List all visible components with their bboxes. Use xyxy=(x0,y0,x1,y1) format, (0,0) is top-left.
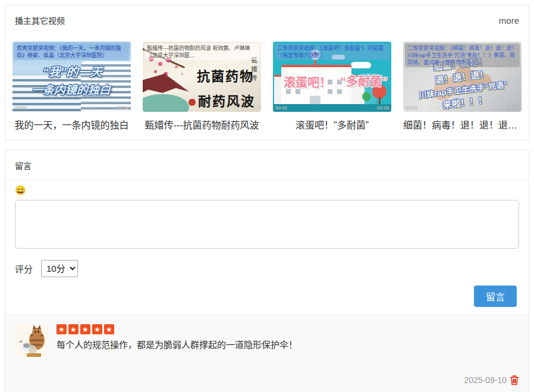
rating-row: 评分 10分 xyxy=(5,251,529,277)
thumb-text-line: 抗菌药物 xyxy=(189,65,254,84)
video-caption-overlay: 二等奖获奖视频：《细菌！病毒！退！退！退！川妹rap手卫生洗手“咒语”来啦！！》… xyxy=(405,43,520,67)
thumb-text-line: 一条内镜的独白 xyxy=(12,81,131,97)
star-icon: ★ xyxy=(80,324,90,334)
comment-input[interactable] xyxy=(15,200,519,249)
other-videos-header: 播主其它视频 more xyxy=(12,14,522,26)
comment-item: ★★★★★ 每个人的规范操作，都是为脆弱人群撑起的一道隐形保护伞！ xyxy=(15,324,519,357)
thumb-text-line: “多耐菌” xyxy=(340,72,388,89)
thumbnail-title-art: 抗菌药物 耐药风波 xyxy=(189,65,254,109)
star-icon: ★ xyxy=(92,324,102,334)
timestamp-start: 00:00 xyxy=(15,105,27,111)
comments-card: 留言 😄 评分 10分 留言 xyxy=(5,150,529,392)
trash-icon xyxy=(510,375,519,385)
timestamp-start: 00:02 xyxy=(275,105,287,111)
video-card-4[interactable]: 二等奖获奖视频：《细菌！病毒！退！退！退！川妹rap手卫生洗手“咒语”来啦！！》… xyxy=(403,42,522,131)
timestamp-duration: 03:06 xyxy=(117,105,128,111)
timestamp-duration: 02:09 xyxy=(377,105,389,111)
seal-dot-art xyxy=(189,99,196,106)
teal-wash-art xyxy=(143,94,189,112)
thumb-text-line: 耐药风波 xyxy=(189,90,255,109)
comment-date: 2025-09-10 xyxy=(464,375,507,385)
thumbnail-title-art: “我”的一天 一条内镜的独白 xyxy=(12,62,131,97)
delete-comment-button[interactable] xyxy=(510,375,519,385)
cloud-art xyxy=(351,62,371,68)
star-icon: ★ xyxy=(68,324,78,334)
video-title[interactable]: 甄嬛传---抗菌药物耐药风波 xyxy=(143,117,261,131)
other-videos-title: 播主其它视频 xyxy=(15,14,65,26)
video-caption-overlay: 二等奖获奖视频：《滚蛋吧！多耐菌”》刘丽霞（保定市第六医院） xyxy=(275,43,389,60)
comment-date-row: 2025-09-10 xyxy=(15,375,519,389)
emoji-picker-icon[interactable]: 😄 xyxy=(15,186,26,195)
submit-row: 留言 xyxy=(5,277,529,307)
video-thumbnail-4[interactable]: 二等奖获奖视频：《细菌！病毒！退！退！退！川妹rap手卫生洗手“咒语”来啦！！》… xyxy=(403,42,522,112)
page: 播主其它视频 more 优秀奖获奖视频：《我的一天，一条内镜的独白》杨安、侯晶（… xyxy=(0,0,534,392)
vertical-title-art: 甄嬛传 xyxy=(249,57,258,84)
comment-text: 每个人的规范操作，都是为脆弱人群撑起的一道隐形保护伞！ xyxy=(56,338,519,352)
video-thumbnail-2[interactable]: 甄嬛传---抗菌药物耐药风波 祝效鹏、卢琳琳（北京大学深圳医… 抗菌药物 耐药风… xyxy=(143,42,261,112)
thumb-text: 耐药风波 xyxy=(198,93,255,109)
timestamp-duration: 02:49 xyxy=(507,105,519,111)
star-icon: ★ xyxy=(56,324,67,334)
tree-trunk-art xyxy=(379,97,381,104)
timestamp-start: 00:00 xyxy=(406,105,417,111)
comment-body: ★★★★★ 每个人的规范操作，都是为脆弱人群撑起的一道隐形保护伞！ xyxy=(56,324,519,357)
video-card-1[interactable]: 优秀奖获奖视频：《我的一天，一条内镜的独白》杨安、侯晶（北京大学深圳医院） “我… xyxy=(12,42,131,131)
video-caption-overlay: 甄嬛传---抗菌药物耐药风波 祝效鹏、卢琳琳（北京大学深圳医… xyxy=(145,43,259,60)
video-thumbnail-1[interactable]: 优秀奖获奖视频：《我的一天，一条内镜的独白》杨安、侯晶（北京大学深圳医院） “我… xyxy=(12,42,131,112)
video-caption-overlay: 优秀奖获奖视频：《我的一天，一条内镜的独白》杨安、侯晶（北京大学深圳医院） xyxy=(14,43,129,60)
emoji-row: 😄 xyxy=(5,180,529,197)
comment-list: ★★★★★ 每个人的规范操作，都是为脆弱人群撑起的一道隐形保护伞！ 2025-0… xyxy=(5,315,529,392)
star-icon: ★ xyxy=(104,324,114,334)
avatar xyxy=(15,324,48,357)
star-rating: ★★★★★ xyxy=(56,324,519,334)
green-tree-art xyxy=(362,92,371,101)
door-art xyxy=(310,96,321,104)
submit-comment-button[interactable]: 留言 xyxy=(474,286,517,307)
video-card-2[interactable]: 甄嬛传---抗菌药物耐药风波 祝效鹏、卢琳琳（北京大学深圳医… 抗菌药物 耐药风… xyxy=(143,42,261,131)
video-row: 优秀奖获奖视频：《我的一天，一条内镜的独白》杨安、侯晶（北京大学深圳医院） “我… xyxy=(12,42,522,131)
video-title[interactable]: 滚蛋吧！"多耐菌” xyxy=(273,117,391,131)
video-thumbnail-3[interactable]: ✚ 二等奖获奖视频：《滚蛋吧！多耐菌”》刘丽霞（保定市第六医院） 滚蛋吧！ “多… xyxy=(273,42,391,112)
thumb-text-line: 滚蛋吧！ xyxy=(284,73,331,90)
more-link[interactable]: more xyxy=(499,15,519,26)
comment-input-wrap xyxy=(5,197,529,251)
video-title[interactable]: 细菌！病毒！退！退！退！川... xyxy=(403,117,522,131)
rating-select[interactable]: 10分 xyxy=(41,260,78,277)
other-videos-card: 播主其它视频 more 优秀奖获奖视频：《我的一天，一条内镜的独白》杨安、侯晶（… xyxy=(5,5,529,140)
ground-art xyxy=(273,104,391,112)
comments-title: 留言 xyxy=(5,150,529,180)
thumb-text-line: “我”的一天 xyxy=(12,62,131,80)
avatar-illustration xyxy=(15,324,48,357)
video-title[interactable]: 我的一天，一条内镜的独白 xyxy=(12,117,131,131)
video-card-3[interactable]: ✚ 二等奖获奖视频：《滚蛋吧！多耐菌”》刘丽霞（保定市第六医院） 滚蛋吧！ “多… xyxy=(273,42,391,131)
rating-label: 评分 xyxy=(15,262,33,275)
